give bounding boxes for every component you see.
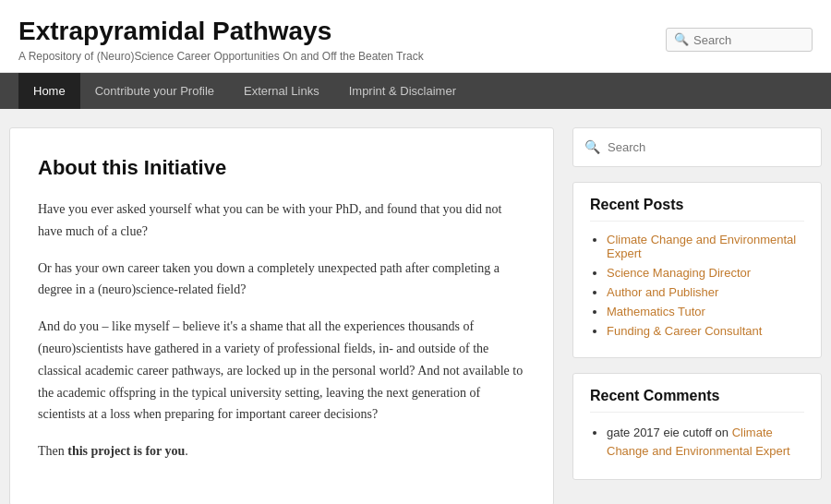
recent-post-link-2[interactable]: Science Managing Director bbox=[607, 266, 751, 280]
comment-entry-1: gate 2017 eie cutoff on Climate Change a… bbox=[607, 426, 790, 458]
nav-external-links[interactable]: External Links bbox=[229, 73, 334, 109]
list-item: Mathematics Tutor bbox=[607, 305, 804, 318]
recent-comments-box: Recent Comments gate 2017 eie cutoff on … bbox=[572, 373, 822, 480]
sidebar-search-box[interactable]: 🔍 bbox=[572, 127, 822, 167]
paragraph-4: Then this project is for you. bbox=[38, 440, 525, 462]
site-header: Extrapyramidal Pathways A Repository of … bbox=[0, 0, 831, 73]
list-item: Climate Change and Environmental Expert bbox=[607, 233, 804, 260]
site-title: Extrapyramidal Pathways bbox=[18, 17, 424, 46]
site-subtitle: A Repository of (Neuro)Science Career Op… bbox=[18, 50, 424, 63]
recent-posts-heading: Recent Posts bbox=[590, 197, 804, 222]
main-content: About this Initiative Have you ever aske… bbox=[9, 127, 554, 504]
search-icon: 🔍 bbox=[674, 32, 689, 47]
page-container: About this Initiative Have you ever aske… bbox=[0, 109, 831, 504]
header-search-box[interactable]: 🔍 bbox=[666, 28, 813, 52]
list-item: gate 2017 eie cutoff on Climate Change a… bbox=[607, 424, 804, 460]
paragraph-2: Or has your own career taken you down a … bbox=[38, 258, 525, 302]
recent-post-link-4[interactable]: Mathematics Tutor bbox=[607, 305, 705, 318]
header-search-input[interactable] bbox=[693, 33, 804, 47]
recent-posts-box: Recent Posts Climate Change and Environm… bbox=[572, 182, 822, 358]
recent-post-link-1[interactable]: Climate Change and Environmental Expert bbox=[607, 233, 796, 260]
nav-contribute[interactable]: Contribute your Profile bbox=[80, 73, 229, 109]
paragraph-4-text: Then bbox=[38, 444, 67, 458]
bold-cta: this project is for you bbox=[67, 444, 185, 458]
recent-post-link-5[interactable]: Funding & Career Consultant bbox=[607, 324, 762, 338]
recent-comments-list: gate 2017 eie cutoff on Climate Change a… bbox=[590, 424, 804, 460]
comment-user: gate 2017 eie cutoff bbox=[607, 426, 712, 439]
paragraph-4-end: . bbox=[185, 444, 188, 458]
nav-home[interactable]: Home bbox=[18, 73, 80, 109]
list-item: Science Managing Director bbox=[607, 266, 804, 280]
recent-post-link-3[interactable]: Author and Publisher bbox=[607, 285, 718, 299]
main-nav: Home Contribute your Profile External Li… bbox=[0, 73, 831, 109]
sidebar-search-input[interactable] bbox=[608, 140, 810, 154]
nav-imprint[interactable]: Imprint & Disclaimer bbox=[334, 73, 471, 109]
paragraph-3: And do you – like myself – believe it's … bbox=[38, 316, 525, 426]
page-heading: About this Initiative bbox=[38, 156, 525, 180]
comment-action: on bbox=[712, 426, 732, 439]
sidebar: 🔍 Recent Posts Climate Change and Enviro… bbox=[572, 127, 822, 504]
header-branding: Extrapyramidal Pathways A Repository of … bbox=[18, 17, 424, 63]
list-item: Author and Publisher bbox=[607, 285, 804, 299]
list-item: Funding & Career Consultant bbox=[607, 324, 804, 338]
sidebar-search-icon: 🔍 bbox=[584, 139, 600, 155]
recent-comments-heading: Recent Comments bbox=[590, 388, 804, 413]
paragraph-1: Have you ever asked yourself what you ca… bbox=[38, 198, 525, 243]
recent-posts-list: Climate Change and Environmental Expert … bbox=[590, 233, 804, 338]
